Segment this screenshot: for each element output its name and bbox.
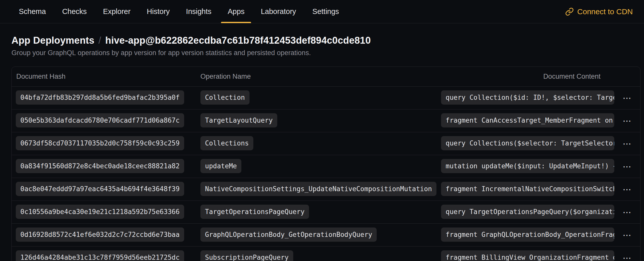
row-actions-cell: ⋯: [614, 138, 640, 150]
nav-tab-history[interactable]: History: [139, 0, 178, 23]
document-content-cell: fragment IncrementalNativeCompositionSwi…: [441, 182, 614, 197]
document-content-cell: query Collection($id: ID!, $selector: Ta…: [441, 90, 614, 106]
document-content-value: mutation updateMe($input: UpdateMeInput!…: [441, 159, 614, 173]
link-icon: [565, 7, 574, 16]
document-hash-value: 0673df58cd7037117035b2d0c758f59c0c93c259: [16, 136, 184, 150]
breadcrumb: App Deployments / hive-app@b622862ecdba7…: [11, 35, 633, 46]
row-actions-cell: ⋯: [614, 92, 640, 104]
row-menu-button[interactable]: ⋯: [619, 115, 635, 127]
document-hash-cell: 04bfa72dfb83b297dd8a5b6fed9bafac2b395a0f: [16, 90, 200, 106]
column-header-document-hash: Document Hash: [16, 73, 200, 80]
document-content-value: query Collection($id: ID!, $selector: Ta…: [441, 90, 614, 105]
document-hash-value: 0a834f91560d872e8c4bec0ade18ceec88821a82: [16, 159, 184, 173]
row-menu-button[interactable]: ⋯: [619, 229, 635, 241]
table-row: 0ac8e047eddd97a97eac6435a4b694f4e3648f39…: [12, 178, 640, 201]
table-row: 0673df58cd7037117035b2d0c758f59c0c93c259…: [12, 132, 640, 155]
ellipsis-icon: ⋯: [623, 93, 632, 103]
document-hash-cell: 0d16928d8572c41ef6e032d2c7c72ccbd6e73baa: [16, 227, 200, 243]
page-subtitle: Group your GraphQL operations by app ver…: [11, 49, 633, 57]
document-hash-cell: 126d46a4284abe31c13c78f7959d56eeb21725dc: [16, 250, 200, 261]
operation-name-cell: updateMe: [200, 159, 441, 174]
operation-name-value: TargetLayoutQuery: [200, 113, 277, 127]
document-content-cell: query TargetOperationsPageQuery($organiz…: [441, 205, 614, 220]
operation-name-cell: Collections: [200, 136, 441, 151]
operation-name-value: Collection: [200, 90, 250, 105]
operation-name-value: NativeCompositionSettings_UpdateNativeCo…: [200, 182, 436, 196]
document-content-cell: fragment BillingView_OrganizationFragmen…: [441, 250, 614, 261]
deployments-table: Document Hash Operation Name Document Co…: [11, 67, 640, 261]
nav-tab-insights[interactable]: Insights: [178, 0, 219, 23]
document-content-value: fragment GraphQLOperationBody_OperationF…: [441, 227, 614, 242]
document-content-cell: fragment GraphQLOperationBody_OperationF…: [441, 227, 614, 243]
column-header-document-content: Document Content: [441, 73, 614, 80]
breadcrumb-app-id: hive-app@b622862ecdba7c61b78f412453def89…: [105, 35, 371, 46]
top-navigation: SchemaChecksExplorerHistoryInsightsAppsL…: [0, 0, 644, 23]
row-menu-button[interactable]: ⋯: [619, 138, 635, 150]
document-hash-value: 04bfa72dfb83b297dd8a5b6fed9bafac2b395a0f: [16, 90, 184, 105]
document-hash-value: 0c10556a9be4ca30e19e21c1218a592b75e63366: [16, 205, 184, 219]
table-row: 126d46a4284abe31c13c78f7959d56eeb21725dc…: [12, 246, 640, 261]
operation-name-value: updateMe: [200, 159, 241, 173]
operation-name-value: GraphQLOperationBody_GetOperationBodyQue…: [200, 227, 377, 242]
operation-name-cell: GraphQLOperationBody_GetOperationBodyQue…: [200, 227, 441, 243]
row-menu-button[interactable]: ⋯: [619, 161, 635, 172]
nav-tab-checks[interactable]: Checks: [54, 0, 95, 23]
nav-tab-schema[interactable]: Schema: [11, 0, 54, 23]
table-row: 04bfa72dfb83b297dd8a5b6fed9bafac2b395a0f…: [12, 86, 640, 109]
row-menu-button[interactable]: ⋯: [619, 252, 635, 261]
ellipsis-icon: ⋯: [623, 185, 632, 194]
document-content-value: fragment CanAccessTarget_MemberFragment …: [441, 113, 614, 127]
nav-spacer: [347, 0, 565, 23]
table-header-row: Document Hash Operation Name Document Co…: [12, 67, 640, 86]
row-actions-cell: ⋯: [614, 252, 640, 261]
operation-name-cell: SubscriptionPageQuery: [200, 250, 441, 261]
document-content-cell: fragment CanAccessTarget_MemberFragment …: [441, 113, 614, 128]
row-menu-button[interactable]: ⋯: [619, 206, 635, 218]
operation-name-cell: Collection: [200, 90, 441, 106]
operation-name-cell: NativeCompositionSettings_UpdateNativeCo…: [200, 182, 441, 197]
operation-name-cell: TargetOperationsPageQuery: [200, 205, 441, 220]
table-row: 050e5b363dafdcacd6780e706cadf771d06a867c…: [12, 109, 640, 132]
nav-tab-explorer[interactable]: Explorer: [95, 0, 139, 23]
row-actions-cell: ⋯: [614, 184, 640, 195]
nav-tab-laboratory[interactable]: Laboratory: [253, 0, 304, 23]
document-hash-cell: 0a834f91560d872e8c4bec0ade18ceec88821a82: [16, 159, 200, 174]
row-actions-cell: ⋯: [614, 206, 640, 218]
document-hash-value: 126d46a4284abe31c13c78f7959d56eeb21725dc: [16, 250, 184, 261]
document-content-value: fragment IncrementalNativeCompositionSwi…: [441, 182, 614, 196]
table-body: 04bfa72dfb83b297dd8a5b6fed9bafac2b395a0f…: [12, 86, 640, 261]
breadcrumb-separator: /: [98, 35, 101, 46]
document-content-cell: mutation updateMe($input: UpdateMeInput!…: [441, 159, 614, 174]
operation-name-value: Collections: [200, 136, 253, 150]
operation-name-value: TargetOperationsPageQuery: [200, 205, 309, 219]
row-menu-button[interactable]: ⋯: [619, 184, 635, 195]
table-row: 0a834f91560d872e8c4bec0ade18ceec88821a82…: [12, 155, 640, 178]
document-hash-value: 0ac8e047eddd97a97eac6435a4b694f4e3648f39: [16, 182, 184, 196]
document-hash-cell: 050e5b363dafdcacd6780e706cadf771d06a867c: [16, 113, 200, 128]
column-header-operation-name: Operation Name: [200, 73, 441, 80]
ellipsis-icon: ⋯: [623, 207, 632, 217]
document-hash-cell: 0ac8e047eddd97a97eac6435a4b694f4e3648f39: [16, 182, 200, 197]
ellipsis-icon: ⋯: [623, 230, 632, 240]
row-actions-cell: ⋯: [614, 115, 640, 127]
nav-tab-apps[interactable]: Apps: [219, 0, 253, 23]
app-deployments-page: App Deployments / hive-app@b622862ecdba7…: [0, 35, 644, 261]
operation-name-value: SubscriptionPageQuery: [200, 250, 293, 261]
nav-tab-settings[interactable]: Settings: [304, 0, 347, 23]
document-content-cell: query Collections($selector: TargetSelec…: [441, 136, 614, 151]
document-content-value: query TargetOperationsPageQuery($organiz…: [441, 205, 614, 219]
document-content-value: query Collections($selector: TargetSelec…: [441, 136, 614, 150]
document-hash-value: 0d16928d8572c41ef6e032d2c7c72ccbd6e73baa: [16, 227, 184, 242]
connect-to-cdn-button[interactable]: Connect to CDN: [565, 0, 633, 23]
connect-to-cdn-label: Connect to CDN: [577, 7, 633, 16]
document-hash-value: 050e5b363dafdcacd6780e706cadf771d06a867c: [16, 113, 184, 127]
document-hash-cell: 0c10556a9be4ca30e19e21c1218a592b75e63366: [16, 205, 200, 220]
document-hash-cell: 0673df58cd7037117035b2d0c758f59c0c93c259: [16, 136, 200, 151]
operation-name-cell: TargetLayoutQuery: [200, 113, 441, 128]
ellipsis-icon: ⋯: [623, 253, 632, 261]
breadcrumb-section: App Deployments: [11, 35, 94, 46]
ellipsis-icon: ⋯: [623, 116, 632, 126]
document-content-value: fragment BillingView_OrganizationFragmen…: [441, 250, 614, 261]
row-menu-button[interactable]: ⋯: [619, 92, 635, 104]
ellipsis-icon: ⋯: [623, 162, 632, 171]
